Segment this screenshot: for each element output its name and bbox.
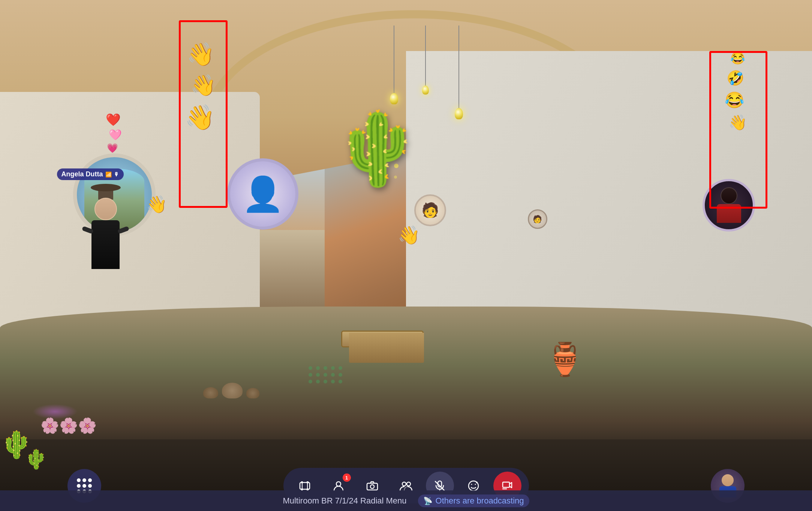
svg-rect-5 [301,488,303,490]
profile-badge: 1 [343,473,351,482]
svg-rect-0 [300,482,310,489]
decorative-path [309,366,343,383]
broadcasting-indicator[interactable]: 📡 Others are broadcasting [418,494,529,507]
svg-point-11 [407,482,410,486]
avatar-center-icon: 👤 [242,177,284,211]
small-rocks [203,383,259,398]
flowers-left: 🌸🌸🌸 [40,417,97,434]
svg-rect-8 [367,483,378,490]
broadcasting-text: Others are broadcasting [436,496,524,506]
interior-floor [0,307,812,449]
svg-rect-6 [307,488,309,490]
status-bar: Multiroom BR 7/1/24 Radial Menu 📡 Others… [0,490,812,511]
angela-name-text: Angela Dutta [61,170,103,178]
cactus-main: 🌵 [333,113,422,184]
avatar-right-broadcast [703,179,755,231]
svg-point-9 [370,485,374,488]
wave-small: 👋 [398,225,420,246]
svg-rect-18 [503,482,509,487]
emojis-right-broadcast: 😂 🤣 😂 👋 [727,51,747,131]
vase: 🏺 [545,341,585,378]
svg-point-16 [471,484,472,485]
svg-rect-3 [301,481,303,483]
avatar-mid: 🧑 [414,194,446,226]
emoji-wave-2: 👋 [190,73,216,98]
svg-point-10 [402,482,406,486]
scene-background: 🌵 🏺 🌵 🌵 🌸🌸🌸 [0,0,812,511]
emoji-laughing-1: 😂 [730,51,747,65]
emoji-rofl-1: 🤣 [727,70,747,86]
wave-angela: 👋 [146,194,167,214]
heart-2: 🩷 [109,129,122,141]
hearts-angela: ❤️ 🩷 💗 [106,113,122,153]
heart-1: ❤️ [106,113,122,127]
svg-point-7 [336,482,341,486]
small-cactus-left: 🌵 [24,448,48,470]
emoji-wave-1: 👋 [187,41,216,68]
mic-icon: 🎙 [114,171,119,177]
wifi-icon: 📶 [105,171,112,177]
avatar-center-broadcast: 👤 [227,158,298,230]
bench-legs [349,333,424,363]
hanging-light-2 [455,26,463,119]
angela-name-label: Angela Dutta 📶 🎙 [57,168,124,180]
emojis-left-broadcast: 👋 👋 👋 [187,41,216,132]
emoji-laugh-2: 😂 [725,91,747,109]
room-name-text: Multiroom BR 7/1/24 Radial Menu [283,496,406,506]
avatar-far: 🧑 [528,209,547,229]
purple-glow [33,404,78,419]
emoji-wave-3: 👋 [185,103,216,132]
svg-rect-4 [307,481,309,483]
hanging-light-1 [390,26,398,104]
svg-point-17 [475,484,476,485]
heart-3: 💗 [107,143,122,153]
broadcast-icon: 📡 [423,496,433,505]
emoji-wave-right: 👋 [728,114,747,131]
character-angela [81,184,130,269]
hanging-light-3 [422,26,429,95]
